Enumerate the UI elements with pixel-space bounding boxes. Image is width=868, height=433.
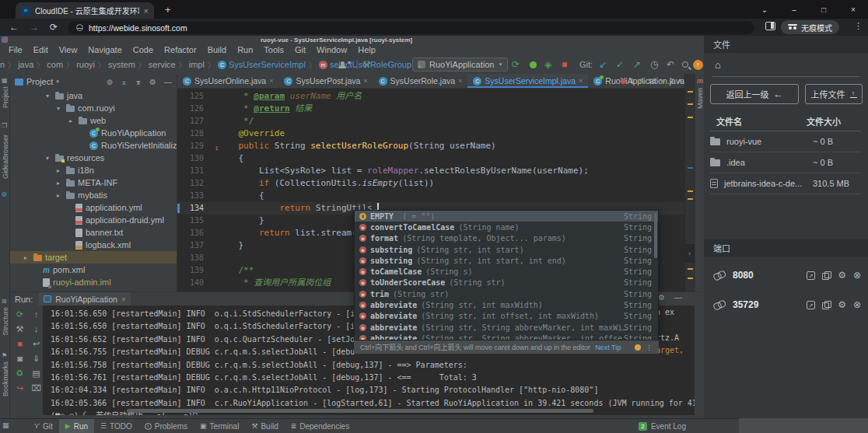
menu-run[interactable]: Run	[232, 45, 258, 54]
menu-view[interactable]: View	[54, 45, 83, 54]
editor-tab-sysuserserviceimpl-java[interactable]: CSysUserServiceImpl.java×	[467, 74, 588, 88]
back-up-button[interactable]: 返回上一级 ←	[710, 84, 799, 104]
statusbar-run[interactable]: ▶Run	[59, 419, 94, 433]
completion-item[interactable]: msubstring(String str, int start)String	[355, 244, 658, 255]
tree-item-application-yml[interactable]: application.yml	[10, 201, 177, 214]
tree-item-mybatis[interactable]: ▸mybatis	[10, 189, 177, 201]
user-dropdown-icon[interactable]: ▾	[348, 59, 351, 66]
git-rollback-icon[interactable]: ↶	[667, 59, 674, 70]
tree-chevron-icon[interactable]: ▾	[46, 93, 52, 100]
run-tab[interactable]: RuoYiApplication ×	[39, 292, 131, 306]
menu-edit[interactable]: Edit	[28, 45, 54, 54]
scroll-end-icon[interactable]: ⇓	[33, 354, 40, 363]
tree-item-i18n[interactable]: ▸i18n	[10, 164, 177, 176]
completion-item[interactable]: mabbreviate(String str, String abbrevMar…	[355, 333, 658, 340]
menu-window[interactable]: Window	[311, 45, 352, 54]
back-icon[interactable]: ←	[9, 22, 19, 33]
breadcrumb-item[interactable]: java	[18, 60, 33, 69]
gideabrowser-icon[interactable]: ◍	[2, 190, 7, 197]
maximize-icon[interactable]: □	[809, 5, 838, 14]
tree-chevron-icon[interactable]: ▾	[46, 155, 52, 162]
down-stack-icon[interactable]: ↓	[34, 325, 39, 333]
side-panel-icon[interactable]	[765, 22, 775, 30]
completion-item[interactable]: mformat(String template, Object... param…	[355, 233, 658, 244]
tree-item-pom-xml[interactable]: mpom.xml	[10, 264, 177, 276]
restart-spring-icon[interactable]: ♻	[16, 369, 24, 378]
prev-problem-icon[interactable]: ∧	[677, 77, 683, 85]
tree-chevron-icon[interactable]: ▸	[57, 192, 63, 199]
folder-stripe-icon[interactable]: ❒	[2, 122, 7, 129]
collapse-all-icon[interactable]: ⌆	[135, 78, 142, 86]
completion-item[interactable]: mabbreviate(String str, int maxWidth)Str…	[355, 299, 658, 310]
forward-icon[interactable]: →	[30, 22, 39, 33]
completion-item[interactable]: fEMPTY ( = "")String	[355, 211, 658, 222]
open-external-icon[interactable]: ↗	[807, 301, 815, 309]
stripe-label-maven[interactable]: Maven	[696, 88, 704, 109]
breadcrumb-item[interactable]: impl	[189, 60, 205, 69]
breadcrumb-item[interactable]: com	[47, 60, 63, 69]
menu-navigate[interactable]: Navigate	[82, 45, 127, 54]
editor-tab-sysuserrole-java[interactable]: CSysUserRole.java×	[373, 74, 468, 88]
stripe-label-gideabrowser[interactable]: GideaBrowser	[2, 134, 9, 179]
rerun-app-icon[interactable]: ⟳	[16, 310, 23, 319]
statusbar-build[interactable]: ⚒Build	[245, 419, 284, 433]
tree-chevron-icon[interactable]: ▸	[57, 167, 63, 174]
user-icon[interactable]	[338, 61, 346, 68]
stripe-label-project[interactable]: Project	[2, 86, 9, 108]
reload-icon[interactable]: ⟳	[50, 22, 58, 33]
exit-icon[interactable]: ↪	[16, 384, 23, 393]
inspections-widget[interactable]: 1 ⚠ 18 ∿ 2 ∧ ∨	[621, 77, 691, 85]
close-icon[interactable]: ×	[838, 5, 868, 14]
breadcrumb-item[interactable]: service	[149, 60, 176, 69]
port-settings-icon[interactable]: ⚙	[838, 270, 846, 281]
stop-icon[interactable]: ■	[562, 59, 567, 70]
structure-stripe-icon[interactable]: ⊞	[2, 298, 7, 305]
tree-item-logback-xml[interactable]: logback.xml	[10, 239, 177, 251]
copy-icon[interactable]	[822, 271, 831, 280]
panel-expander-icon[interactable]: ›	[684, 244, 695, 263]
port-close-icon[interactable]: ⊗	[853, 299, 861, 310]
breadcrumb-item[interactable]: CSysUserServiceImpl	[218, 60, 306, 69]
tab-close-icon[interactable]: ×	[144, 6, 149, 16]
address-bar[interactable]: https://webide.sinosoft.com	[68, 21, 754, 34]
stripe-label-structure[interactable]: Structure	[2, 307, 9, 336]
tree-item-meta-inf[interactable]: ▸META-INF	[10, 176, 177, 189]
git-commit-icon[interactable]: ✓	[616, 59, 624, 70]
site-info-icon[interactable]	[76, 24, 83, 31]
breadcrumb-item[interactable]: ruoyi	[76, 60, 95, 69]
tree-chevron-icon[interactable]: ▸	[24, 254, 30, 261]
editor-tab-sysuseronline-java[interactable]: CSysUserOnline.java×	[177, 74, 278, 88]
coverage-icon[interactable]: ◈	[544, 59, 551, 70]
menu-code[interactable]: Code	[128, 45, 159, 54]
search-icon[interactable]	[682, 61, 688, 68]
update-available-icon[interactable]: ↑	[693, 60, 703, 70]
project-view-label[interactable]: Project	[26, 77, 53, 86]
build-hammer-icon[interactable]: ⚒	[362, 59, 371, 70]
file-row[interactable]: .idea~ 0 B	[710, 152, 861, 173]
browser-tab[interactable]: ‹› CloudIDE - 云原生集成开发环境 ×	[16, 2, 154, 19]
url-text[interactable]: https://webide.sinosoft.com	[89, 23, 187, 33]
file-row[interactable]: jetbrains-idea-c-de...310.5 MB	[710, 173, 861, 194]
error-stripe[interactable]	[684, 74, 695, 327]
stop-app-icon[interactable]: ■	[17, 340, 23, 348]
run-settings-icon[interactable]: ⚙	[658, 293, 665, 302]
stripe-label-bookmarks[interactable]: Bookmarks	[2, 361, 9, 396]
tree-item-target[interactable]: ▸target	[10, 251, 177, 264]
tree-chevron-icon[interactable]: ▸	[57, 180, 63, 187]
completion-item[interactable]: mtoCamelCase(String s)String	[355, 266, 658, 277]
menu-build[interactable]: Build	[202, 45, 232, 54]
statusbar-problems[interactable]: !Problems	[138, 419, 194, 433]
tree-item-com-ruoyi[interactable]: ▾com.ruoyi	[10, 102, 177, 114]
statusbar-git[interactable]: ϒGit	[28, 419, 59, 433]
statusbar-terminal[interactable]: ▣Terminal	[194, 419, 245, 433]
tab-close-icon[interactable]: ×	[579, 77, 583, 85]
port-close-icon[interactable]: ⊗	[853, 270, 861, 281]
thread-dump-icon[interactable]: ◙	[17, 354, 23, 363]
git-push-icon[interactable]: ↗	[633, 59, 641, 70]
soft-wrap-icon[interactable]: ↩	[33, 340, 40, 348]
tree-item-application-druid-yml[interactable]: application-druid.yml	[10, 214, 177, 226]
menu-git[interactable]: Git	[289, 45, 311, 54]
menu-refactor[interactable]: Refactor	[159, 45, 202, 54]
project-view-arrow-icon[interactable]: ▾	[56, 79, 59, 85]
rerun-icon[interactable]: ⟳	[512, 59, 520, 70]
